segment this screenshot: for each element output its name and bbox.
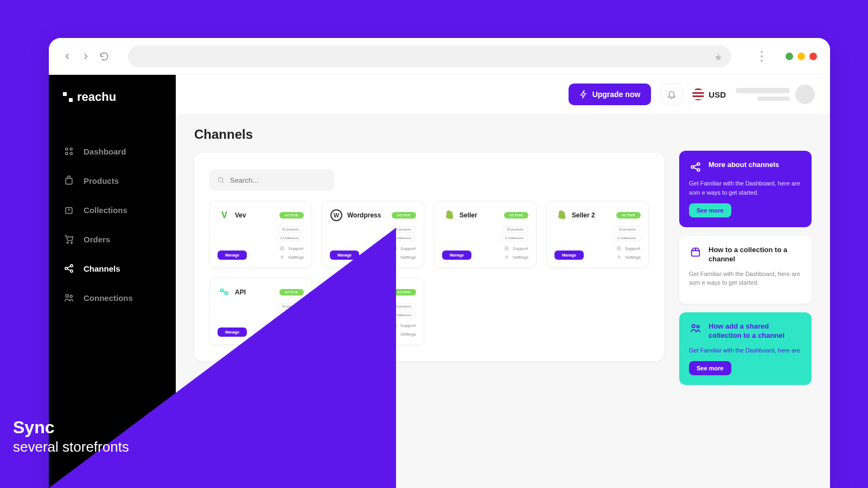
user-name-placeholder <box>736 88 790 101</box>
currency-selector[interactable]: USD <box>692 88 726 100</box>
sidebar-item-label: Connections <box>84 293 133 303</box>
upgrade-label: Upgrade now <box>592 90 641 99</box>
channel-name: Seller 2 <box>572 211 595 219</box>
currency-label: USD <box>709 90 726 99</box>
info-title: More about channels <box>709 160 779 170</box>
collections-chip: 2 Collections <box>276 235 304 241</box>
products-chip: 10 products <box>614 226 641 233</box>
search-input[interactable] <box>209 169 334 191</box>
settings-link[interactable]: Settings <box>279 331 304 337</box>
user-menu[interactable] <box>736 85 815 104</box>
share-icon <box>63 262 75 274</box>
info-body: Get Familiar with the Dashboard, here ar… <box>689 179 802 197</box>
status-badge: ACTIVE <box>279 212 304 219</box>
support-link[interactable]: Support <box>504 246 528 251</box>
svg-point-29 <box>280 323 284 328</box>
channel-card: SellerACTIVE10 products2 CollectionsMana… <box>434 201 537 268</box>
channel-name: Wordpress <box>347 211 381 219</box>
promo-overlay: Sync several storefronts <box>13 418 129 455</box>
channel-name: Seller <box>459 211 477 219</box>
products-chip: 10 products <box>390 226 416 233</box>
forward-button[interactable] <box>80 51 91 62</box>
svg-point-8 <box>71 242 73 243</box>
support-link[interactable]: Support <box>279 246 304 251</box>
svg-point-30 <box>282 325 283 326</box>
svg-point-16 <box>282 248 283 249</box>
support-link[interactable]: Support <box>392 246 416 251</box>
see-more-button[interactable]: See more <box>689 361 731 375</box>
search-field[interactable] <box>230 176 327 184</box>
sidebar-item-label: Collections <box>84 206 127 215</box>
svg-point-33 <box>394 325 395 326</box>
info-icon <box>689 246 702 259</box>
channel-grid: VVevACTIVE10 products2 CollectionsManage… <box>209 201 649 345</box>
notifications-button[interactable] <box>661 84 682 105</box>
back-button[interactable] <box>62 51 73 62</box>
search-icon <box>217 176 225 184</box>
sidebar-item-dashboard[interactable]: Dashboard <box>49 137 176 166</box>
settings-link[interactable]: Settings <box>392 254 416 260</box>
sidebar-item-products[interactable]: Products <box>49 166 176 195</box>
info-title: How to a collection to a channel <box>709 246 802 264</box>
collections-chip: 2 Collections <box>276 312 304 318</box>
manage-button[interactable]: Manage <box>442 251 471 260</box>
svg-point-19 <box>394 248 395 249</box>
status-badge: ACTIVE <box>616 212 641 219</box>
svg-point-40 <box>697 325 699 328</box>
browser-window: ★ reachu Dashboard Products Collect <box>49 38 830 488</box>
svg-point-1 <box>70 148 72 150</box>
products-chip: 10 products <box>390 303 416 310</box>
channel-card: Seller 2ACTIVE10 products2 CollectionsMa… <box>546 201 649 268</box>
see-more-button[interactable]: See more <box>689 203 731 217</box>
support-link[interactable]: Support <box>392 323 416 328</box>
close-button[interactable] <box>809 53 817 60</box>
shopify-logo-icon <box>443 209 454 222</box>
manage-button[interactable]: Manage <box>218 251 247 260</box>
support-link[interactable]: Support <box>616 246 641 251</box>
minimize-button[interactable] <box>786 53 793 60</box>
upgrade-button[interactable]: Upgrade now <box>569 84 652 105</box>
svg-rect-4 <box>66 178 72 184</box>
maximize-button[interactable] <box>797 53 805 60</box>
wordpress-logo-icon: W <box>330 209 342 221</box>
sidebar-item-connections[interactable]: Connections <box>49 283 176 312</box>
bolt-icon <box>579 90 588 99</box>
sidebar-item-channels[interactable]: Channels <box>49 254 176 283</box>
sidebar-item-collections[interactable]: Collections <box>49 195 176 224</box>
svg-point-2 <box>66 152 68 155</box>
svg-point-21 <box>505 246 509 251</box>
svg-point-20 <box>394 256 395 258</box>
svg-point-0 <box>66 148 68 150</box>
app-shell: reachu Dashboard Products Collections Or… <box>49 75 830 488</box>
sidebar-item-orders[interactable]: Orders <box>49 224 176 254</box>
reload-button[interactable] <box>99 51 110 62</box>
svg-point-17 <box>282 256 283 258</box>
settings-link[interactable]: Settings <box>392 331 416 337</box>
manage-button[interactable]: Manage <box>330 328 359 337</box>
channel-card: WWordpressACTIVE10 products2 Collections… <box>322 201 424 268</box>
settings-link[interactable]: Settings <box>616 254 641 260</box>
svg-point-39 <box>692 324 695 328</box>
sdk-logo-icon <box>331 286 342 299</box>
url-bar[interactable]: ★ <box>128 46 731 67</box>
svg-point-12 <box>66 294 68 297</box>
status-badge: ACTIVE <box>279 289 304 296</box>
collections-chip: 2 Collections <box>388 235 416 241</box>
products-chip: 10 products <box>502 226 528 233</box>
settings-link[interactable]: Settings <box>279 254 304 260</box>
manage-button[interactable]: Manage <box>218 328 247 337</box>
logo-mark-icon <box>63 92 73 102</box>
promo-sub: several storefronts <box>13 439 129 455</box>
manage-button[interactable]: Manage <box>554 251 584 260</box>
browser-menu-icon[interactable] <box>756 51 767 62</box>
settings-link[interactable]: Settings <box>504 254 528 260</box>
svg-point-34 <box>394 333 395 335</box>
svg-point-26 <box>618 256 620 258</box>
bookmark-icon[interactable]: ★ <box>714 52 723 63</box>
manage-button[interactable]: Manage <box>330 251 359 260</box>
sidebar-item-label: Orders <box>84 235 110 244</box>
shopify-logo-icon <box>556 209 566 222</box>
sidebar-item-label: Products <box>84 176 119 185</box>
support-link[interactable]: Support <box>279 323 304 328</box>
brand-logo[interactable]: reachu <box>49 90 176 137</box>
